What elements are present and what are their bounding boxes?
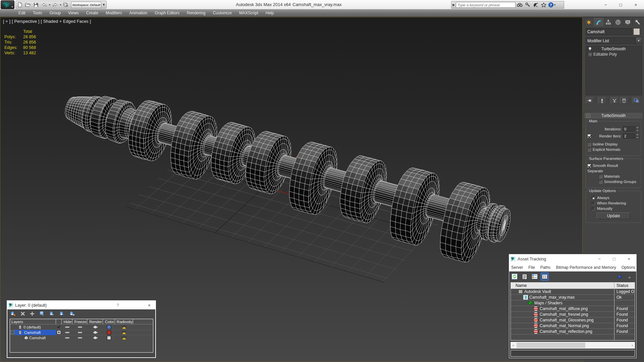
help-button[interactable]: ?▼ [548,1,556,8]
layer-row-child[interactable]: Camshaft [10,335,153,341]
move-to-layer-button[interactable] [59,311,65,316]
asset-help-button[interactable]: ? [618,273,624,280]
qat-customize-dropdown[interactable]: ▼ [101,1,106,8]
plus-box-icon[interactable] [588,53,592,56]
asset-titlebar[interactable]: Asset Tracking − □ × [509,254,636,263]
render-icon[interactable] [93,336,98,340]
explicit-normals-checkbox[interactable] [587,148,591,152]
layer-row-selected[interactable]: -Camshaft [10,330,153,335]
column-name[interactable]: Name [511,283,614,289]
subscription-key-icon[interactable] [524,1,532,8]
manually-radio[interactable] [591,207,595,210]
configure-modifier-sets-button[interactable] [632,97,640,104]
asset-row[interactable]: PNGCamshaft_mat_fresnel.pngFound [511,312,635,317]
communication-center-icon[interactable] [532,1,540,8]
pin-stack-button[interactable] [586,97,594,104]
asset-maximize-button[interactable]: □ [607,256,622,261]
menu-modifiers[interactable]: Modifiers [102,10,126,16]
redo-button[interactable] [51,1,59,8]
asset-menu-options[interactable]: Options [622,265,635,270]
tab-create[interactable] [584,18,594,26]
rollout-header[interactable]: - TurboSmooth [585,113,642,118]
favorites-star-icon[interactable] [540,1,548,8]
asset-list-view-button[interactable] [521,273,528,280]
smoothing-groups-checkbox[interactable] [599,180,602,184]
asset-row[interactable]: PNGCamshaft_mat_Normal.pngFound [511,323,635,329]
menu-graph-editors[interactable]: Graph Editors [151,10,183,16]
render-iters-spinner[interactable]: ▲▼ [635,133,640,139]
hide-toggle[interactable] [65,332,69,333]
hide-toggle[interactable] [65,326,69,328]
asset-menu-file[interactable]: File [528,265,535,270]
column-render[interactable]: Render [87,319,103,324]
tab-utilities[interactable] [633,18,642,26]
save-file-button[interactable] [32,1,40,8]
column-current[interactable] [56,319,62,324]
add-to-layer-button[interactable] [30,311,35,316]
render-icon[interactable] [93,330,98,335]
asset-menu-bitmap[interactable]: Bitmap Performance and Memory [556,265,616,270]
search-input[interactable]: Type a keyword or phrase [456,2,516,8]
column-status[interactable]: Status [614,283,635,289]
stack-item-editable-poly[interactable]: Editable Poly [586,52,642,57]
spin-up-icon[interactable]: ▲ [635,126,640,129]
layer-properties-button[interactable] [69,311,75,316]
column-layers[interactable]: Layers [10,319,56,324]
layer-color-swatch[interactable] [107,336,111,340]
viewport-menu-shading[interactable]: [ Shaded + Edged Faces ] [41,19,91,24]
maximize-button[interactable]: □ [613,0,628,9]
asset-tree-view-button[interactable] [531,273,538,280]
asset-refresh-button[interactable] [511,273,518,280]
current-layer-box[interactable] [57,331,60,334]
object-color-swatch[interactable] [633,28,640,35]
tab-motion[interactable] [613,18,623,26]
asset-row[interactable]: 3Camshaft_max_vray.maxOk [511,295,635,300]
menu-tools[interactable]: Tools [29,10,46,16]
scroll-left-arrow[interactable]: ‹ [511,343,516,347]
tab-hierarchy[interactable] [603,18,613,26]
asset-minimize-button[interactable]: − [592,256,607,261]
render-iters-checkbox[interactable] [587,134,591,138]
open-file-button[interactable] [24,1,32,8]
expand-box[interactable]: - [11,330,14,334]
asset-row[interactable]: Maps / Shaders [511,300,635,306]
smooth-result-checkbox[interactable] [587,164,591,168]
column-freeze[interactable]: Freeze [72,319,87,324]
spin-down-icon[interactable]: ▼ [635,136,640,139]
layer-color-swatch[interactable] [107,330,111,335]
asset-table-view-button[interactable] [541,273,548,280]
asset-menu-paths[interactable]: Paths [540,265,551,270]
search-icon[interactable] [516,1,524,8]
menu-maxscript[interactable]: MAXScript [235,10,262,16]
asset-horizontal-scrollbar[interactable]: ‹ › [511,342,635,349]
viewport-menu-plus[interactable]: [ + ] [3,19,10,24]
show-end-result-button[interactable] [598,97,606,104]
delete-layer-button[interactable] [20,311,25,316]
asset-row[interactable]: PNGCamshaft_mat_diffuse.pngFound [511,306,635,312]
asset-close-button[interactable]: × [622,256,636,261]
menu-customize[interactable]: Customize [209,10,235,16]
freeze-toggle[interactable] [78,332,82,333]
new-layer-button[interactable] [10,311,16,316]
scroll-right-arrow[interactable]: › [630,343,635,347]
menu-rendering[interactable]: Rendering [183,10,209,16]
select-layer-button[interactable] [49,311,55,316]
object-name-field[interactable]: Camshaft [586,28,632,35]
spin-down-icon[interactable]: ▼ [635,129,640,132]
always-radio[interactable] [591,196,595,200]
menu-animation[interactable]: Animation [126,10,151,16]
layer-dialog-close-button[interactable]: × [143,303,155,308]
when-rendering-radio[interactable] [591,201,595,205]
project-folder-button[interactable] [62,1,70,8]
asset-row[interactable]: Autodesk VaultLogged O [511,289,635,295]
materials-checkbox[interactable] [599,175,602,178]
radiosity-icon[interactable] [121,330,127,335]
isoline-display-checkbox[interactable] [587,142,591,146]
menu-create[interactable]: Create [83,10,102,16]
freeze-toggle[interactable] [78,337,82,339]
iterations-spinner[interactable]: ▲▼ [635,126,640,132]
workspace-selector[interactable]: Workspace: Default▼ [71,2,101,8]
layer-dialog-help-button[interactable]: ? [112,303,124,308]
redo-dropdown[interactable]: ▼ [59,1,62,8]
tab-modify[interactable] [594,18,603,26]
